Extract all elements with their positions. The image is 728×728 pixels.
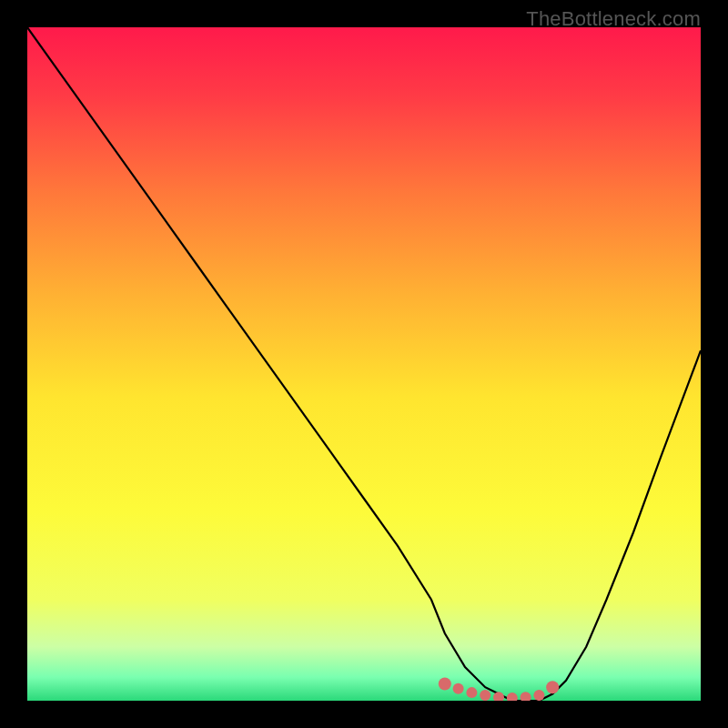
plot-area bbox=[27, 27, 701, 701]
optimal-range-dots bbox=[27, 27, 701, 701]
svg-point-9 bbox=[546, 681, 559, 693]
svg-point-7 bbox=[521, 692, 531, 701]
svg-point-4 bbox=[480, 690, 490, 701]
svg-point-2 bbox=[453, 683, 464, 694]
svg-point-3 bbox=[466, 687, 477, 698]
svg-point-8 bbox=[533, 690, 544, 701]
watermark-label: TheBottleneck.com bbox=[526, 7, 701, 31]
svg-point-5 bbox=[493, 692, 504, 701]
bottleneck-chart: TheBottleneck.com bbox=[0, 0, 728, 728]
svg-point-1 bbox=[439, 678, 451, 691]
svg-point-6 bbox=[507, 693, 518, 701]
